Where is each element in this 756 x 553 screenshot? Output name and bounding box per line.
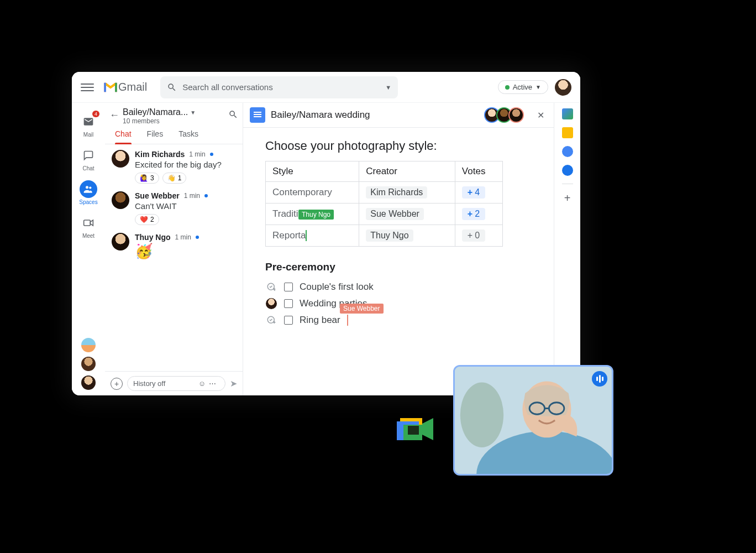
contacts-icon[interactable] xyxy=(562,165,573,176)
spaces-icon xyxy=(83,184,94,195)
photography-table: Style Creator Votes Contemporary Kim Ric… xyxy=(265,161,503,247)
compose-input[interactable]: History off ☺ ⋯ xyxy=(127,376,225,391)
space-header: ← Bailey/Namara... ▼ 10 members xyxy=(105,103,243,125)
doc-panel: Bailey/Namara wedding ✕ Choose your phot… xyxy=(243,103,554,395)
profile-avatar[interactable] xyxy=(555,79,571,96)
back-button[interactable]: ← xyxy=(109,109,119,121)
status-selector[interactable]: Active ▼ xyxy=(498,80,548,94)
search-options-icon[interactable]: ▼ xyxy=(385,84,391,91)
chevron-down-icon: ▼ xyxy=(536,84,541,90)
creator-chip[interactable]: Kim Richards xyxy=(366,186,427,199)
message-list: Kim Richards1 min Excited for the big da… xyxy=(105,144,243,371)
cursor-indicator xyxy=(306,230,307,241)
doc-body[interactable]: Choose your photography style: Style Cre… xyxy=(243,128,554,395)
main-body: 4 Mail Chat Spaces Meet xyxy=(72,103,580,395)
presence-avatar[interactable] xyxy=(81,357,96,371)
avatar xyxy=(112,233,129,251)
vote-chip[interactable]: +0 xyxy=(462,229,485,242)
more-icon[interactable]: ⋯ xyxy=(209,379,216,388)
search-space-icon[interactable] xyxy=(228,109,238,122)
nav-mail[interactable]: 4 Mail xyxy=(72,111,105,140)
presence-avatar[interactable] xyxy=(81,338,96,352)
space-title-dropdown[interactable]: Bailey/Namara... ▼ xyxy=(123,107,228,117)
left-nav: 4 Mail Chat Spaces Meet xyxy=(72,103,105,395)
reaction[interactable]: ❤️2 xyxy=(135,214,159,225)
collaborator-avatars[interactable] xyxy=(487,107,524,123)
cursor-indicator xyxy=(347,315,348,326)
checkbox[interactable] xyxy=(284,299,293,308)
divider xyxy=(562,184,573,184)
gmail-window: Gmail Search all conversations ▼ Active … xyxy=(72,72,580,395)
avatar xyxy=(112,150,129,168)
emoji-icon[interactable]: ☺ xyxy=(198,379,206,388)
gmail-logo[interactable]: Gmail xyxy=(103,81,147,93)
nav-spaces[interactable]: Spaces xyxy=(72,178,105,207)
table-row[interactable]: Contemporary Kim Richards +4 xyxy=(266,182,503,204)
checklist-item[interactable]: Ring bear xyxy=(265,312,532,328)
presence-avatar[interactable] xyxy=(81,375,96,390)
doc-subheading: Pre-ceremony xyxy=(265,261,532,273)
reaction[interactable]: 🙋‍♀️3 xyxy=(135,173,159,184)
message-item[interactable]: Sue Webber1 min Can't WAIT ❤️2 xyxy=(112,191,236,225)
header: Gmail Search all conversations ▼ Active … xyxy=(72,72,580,103)
add-button[interactable]: + xyxy=(111,378,123,390)
meet-video-pip[interactable] xyxy=(453,365,613,476)
unread-dot xyxy=(210,153,213,156)
assign-icon[interactable] xyxy=(265,315,277,325)
nav-meet[interactable]: Meet xyxy=(72,212,105,241)
status-label: Active xyxy=(513,83,532,91)
send-button[interactable]: ➤ xyxy=(230,378,237,389)
close-doc-button[interactable]: ✕ xyxy=(534,108,547,122)
tasks-icon[interactable] xyxy=(562,146,573,157)
space-tabs: Chat Files Tasks xyxy=(105,125,243,144)
mail-icon xyxy=(83,116,94,127)
mail-badge: 4 xyxy=(92,111,99,117)
search-icon xyxy=(167,82,177,92)
add-addon-button[interactable]: + xyxy=(564,192,571,205)
nav-chat[interactable]: Chat xyxy=(72,144,105,174)
reaction[interactable]: 👋1 xyxy=(162,173,187,184)
status-dot xyxy=(505,85,510,90)
member-count[interactable]: 10 members xyxy=(123,117,228,125)
checklist-item[interactable]: Wedding parties xyxy=(265,295,532,312)
creator-chip[interactable]: Sue Webber xyxy=(366,208,424,220)
chevron-down-icon: ▼ xyxy=(190,109,196,116)
svg-rect-2 xyxy=(84,220,91,226)
tab-chat[interactable]: Chat xyxy=(115,129,132,144)
right-sidebar: + xyxy=(554,103,580,395)
checkbox[interactable] xyxy=(284,316,293,325)
checkbox[interactable] xyxy=(284,283,293,291)
svg-point-10 xyxy=(460,382,503,447)
unread-dot xyxy=(196,236,199,239)
keep-icon[interactable] xyxy=(562,127,573,138)
collab-avatar xyxy=(508,107,524,123)
app-name: Gmail xyxy=(118,81,147,93)
avatar xyxy=(112,191,129,209)
checklist-item[interactable]: Couple's first look xyxy=(265,279,532,295)
doc-title[interactable]: Bailey/Namara wedding xyxy=(271,109,482,121)
docs-icon xyxy=(250,107,265,123)
collab-cursor-tag: Sue Webber xyxy=(340,304,384,314)
message-item[interactable]: Kim Richards1 min Excited for the big da… xyxy=(112,150,236,184)
menu-icon[interactable] xyxy=(81,81,94,94)
assign-icon[interactable] xyxy=(265,282,277,292)
presence-avatars xyxy=(81,338,96,390)
calendar-icon[interactable] xyxy=(562,108,573,119)
doc-header: Bailey/Namara wedding ✕ xyxy=(243,103,554,128)
chat-icon xyxy=(83,150,94,161)
tab-tasks[interactable]: Tasks xyxy=(179,129,198,144)
creator-chip[interactable]: Thuy Ngo xyxy=(366,229,413,242)
unread-dot xyxy=(204,194,208,197)
search-input[interactable]: Search all conversations ▼ xyxy=(160,76,398,98)
vote-chip[interactable]: +4 xyxy=(462,186,485,199)
message-item[interactable]: Thuy Ngo1 min 🥳 xyxy=(112,233,236,260)
meet-logo xyxy=(397,414,437,445)
tab-files[interactable]: Files xyxy=(147,129,164,144)
video-participant xyxy=(455,367,612,474)
table-row[interactable]: Reporta Thuy Ngo +0 xyxy=(266,225,503,247)
vote-chip[interactable]: +2 xyxy=(462,208,485,220)
svg-point-1 xyxy=(89,186,91,189)
audio-indicator xyxy=(592,371,607,387)
assignee-avatar[interactable] xyxy=(266,298,277,309)
svg-rect-8 xyxy=(408,426,419,435)
